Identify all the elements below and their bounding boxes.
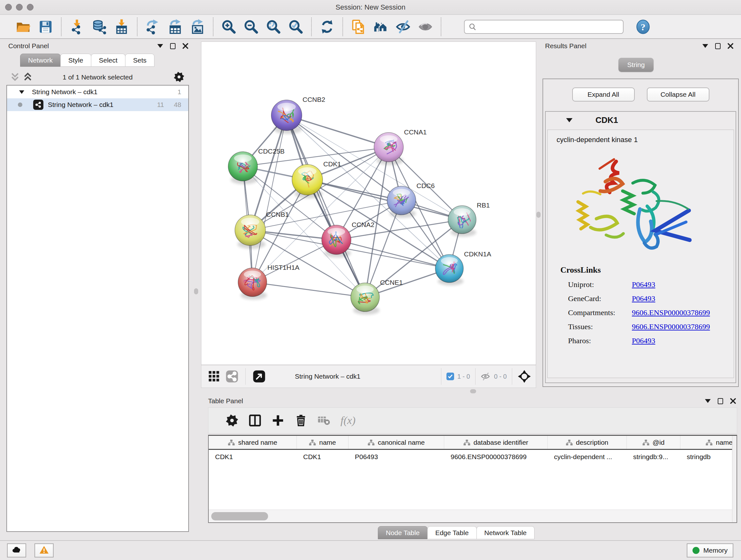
column-header-label: @id	[653, 439, 665, 446]
tab-node-table[interactable]: Node Table	[378, 526, 428, 539]
search-input[interactable]	[479, 23, 623, 30]
collapse-section-icon[interactable]	[566, 118, 572, 122]
crosslink-value-link[interactable]: P06493	[632, 280, 655, 289]
table-cell: stringdb:9...	[627, 453, 680, 461]
cloud-icon	[12, 545, 21, 556]
crosslink-row: Compartments:9606.ENSP00000378699	[560, 308, 734, 317]
panel-close-icon[interactable]	[183, 43, 188, 49]
eye-icon[interactable]	[417, 18, 434, 35]
panel-close-icon[interactable]	[730, 398, 736, 404]
import-database-icon[interactable]	[91, 18, 108, 35]
network-canvas[interactable]: CCNB2CCNA1CDC25BCDK1CDC6RB1CCNB1CCNA2CDK…	[201, 42, 536, 365]
export-image-icon[interactable]	[189, 18, 206, 35]
tab-edge-table[interactable]: Edge Table	[427, 526, 477, 539]
panel-close-icon[interactable]	[728, 43, 733, 49]
help-icon[interactable]: ?	[636, 19, 650, 35]
tab-sets[interactable]: Sets	[125, 54, 154, 67]
column-header-name[interactable]: name	[297, 436, 348, 449]
expand-all-button[interactable]: Expand All	[572, 87, 635, 102]
network-selected-status: 1 of 1 Network selected	[6, 73, 189, 81]
import-network-icon[interactable]	[69, 18, 85, 35]
show-columns-icon[interactable]	[248, 414, 262, 428]
panel-float-icon[interactable]	[718, 398, 723, 404]
bottom-splitter-handle[interactable]	[470, 389, 476, 393]
network-node-HIST1H1A: HIST1H1A	[238, 264, 299, 300]
control-panel: Control Panel NetworkStyleSelectSets 1 o…	[4, 40, 192, 540]
toolbar-separator	[342, 17, 343, 36]
zoom-selected-icon[interactable]	[287, 18, 304, 35]
panel-menu-icon[interactable]	[705, 399, 711, 403]
zoom-out-icon[interactable]	[243, 18, 259, 35]
left-splitter-handle[interactable]	[194, 288, 198, 294]
delete-column-trash-icon[interactable]	[294, 414, 308, 428]
panel-float-icon[interactable]	[170, 43, 176, 49]
collapse-all-button[interactable]: Collapse All	[647, 87, 710, 102]
table-panel-title: Table Panel	[208, 397, 243, 405]
table-vertical-scrollbar[interactable]	[732, 436, 737, 522]
open-session-icon[interactable]	[15, 18, 31, 35]
network-row[interactable]: String Network – cdk1 11 48	[7, 98, 188, 111]
column-header--id[interactable]: @id	[627, 436, 680, 449]
refresh-icon[interactable]	[319, 18, 335, 35]
cloud-button[interactable]	[7, 543, 26, 557]
search-box[interactable]	[464, 20, 623, 34]
zoom-fit-icon[interactable]	[265, 18, 282, 35]
export-table-icon[interactable]	[167, 18, 184, 35]
column-header-shared-name[interactable]: shared name	[209, 436, 297, 449]
detach-view-icon[interactable]	[253, 370, 266, 383]
network-list-header: 1 of 1 Network selected	[6, 70, 189, 84]
tab-network-table[interactable]: Network Table	[476, 526, 535, 539]
panel-menu-icon[interactable]	[702, 44, 708, 48]
column-header-canonical-name[interactable]: canonical name	[348, 436, 444, 449]
table-cell: CDK1	[209, 453, 297, 461]
network-edge-count: 48	[174, 101, 181, 109]
tab-string[interactable]: String	[618, 58, 654, 72]
tab-select[interactable]: Select	[91, 54, 125, 67]
tab-network[interactable]: Network	[20, 54, 61, 67]
hidden-eye-icon	[480, 372, 491, 381]
grid-view-icon[interactable]	[208, 371, 220, 382]
crosslink-value-link[interactable]: P06493	[632, 294, 655, 303]
table-row[interactable]: CDK1CDK1P064939606.ENSP00000378699cyclin…	[209, 450, 737, 464]
table-header-row: shared namenamecanonical namedatabase id…	[209, 436, 737, 450]
panel-float-icon[interactable]	[715, 43, 721, 49]
network-view-panel: CCNB2CCNA1CDC25BCDK1CDC6RB1CCNB1CCNA2CDK…	[201, 42, 536, 388]
panel-menu-icon[interactable]	[157, 44, 163, 48]
import-table-icon[interactable]	[113, 18, 130, 35]
crosslink-value-link[interactable]: 9606.ENSP00000378699	[632, 308, 710, 317]
network-options-gear-icon[interactable]	[174, 71, 185, 84]
tab-style[interactable]: Style	[60, 54, 91, 67]
table-settings-gear-icon[interactable]	[225, 414, 239, 428]
network-share-view-icon[interactable]	[226, 370, 239, 383]
table-cell: stringdb	[680, 453, 737, 461]
crosslink-value-link[interactable]: P06493	[632, 336, 655, 345]
home-networks-icon[interactable]	[373, 18, 389, 35]
memory-button[interactable]: Memory	[687, 543, 733, 557]
table-horizontal-scrollbar[interactable]	[209, 509, 732, 522]
network-edge	[286, 115, 389, 147]
network-collection-row[interactable]: String Network – cdk1 1	[7, 85, 188, 98]
collection-expand-icon[interactable]	[19, 90, 24, 94]
network-node-RB1: RB1	[448, 201, 490, 237]
network-node-CCNB2: CCNB2	[271, 96, 325, 134]
birds-eye-crosshair-icon[interactable]	[518, 370, 531, 383]
export-network-icon[interactable]	[145, 18, 161, 35]
protein-structure-image	[560, 148, 734, 261]
selected-checkbox-icon[interactable]	[447, 373, 454, 380]
add-column-icon[interactable]	[271, 414, 285, 428]
zoom-in-icon[interactable]	[220, 18, 237, 35]
node-label: CCNB2	[302, 96, 325, 103]
column-header-label: canonical name	[378, 439, 425, 446]
crosslink-value-link[interactable]: 9606.ENSP00000378699	[632, 322, 710, 331]
warning-button[interactable]	[35, 543, 54, 557]
column-header-database-identifier[interactable]: database identifier	[444, 436, 548, 449]
save-session-icon[interactable]	[37, 18, 54, 35]
copy-documents-icon[interactable]	[350, 18, 367, 35]
node-label: RB1	[477, 201, 490, 209]
column-header-namespace[interactable]: namespace	[680, 436, 737, 449]
hide-eye-icon[interactable]	[395, 18, 411, 35]
column-header-description[interactable]: description	[548, 436, 627, 449]
protein-card-header[interactable]: CDK1	[546, 112, 736, 128]
scrollbar-thumb[interactable]	[211, 512, 268, 520]
control-panel-tabs: NetworkStyleSelectSets	[20, 54, 154, 67]
